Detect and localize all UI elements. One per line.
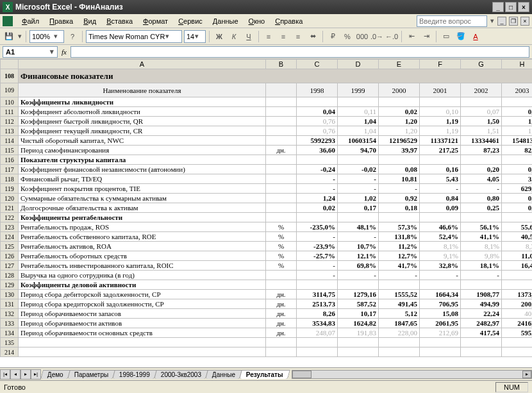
cell[interactable]: Рентабельность инвестированного капитала… xyxy=(19,261,266,271)
cell[interactable]: 40,50 xyxy=(502,309,533,319)
cell[interactable] xyxy=(297,213,338,222)
menu-правка[interactable]: Правка xyxy=(44,16,78,26)
cell[interactable]: -235,0% xyxy=(297,222,338,232)
formula-input[interactable] xyxy=(71,46,529,58)
cell[interactable]: 0,92 xyxy=(379,194,420,203)
cell[interactable]: 2002 xyxy=(461,83,502,97)
cell[interactable]: 52,4% xyxy=(420,232,461,242)
menu-данные[interactable]: Данные xyxy=(208,16,244,26)
cell[interactable]: Показатели структуры капитала xyxy=(19,155,266,165)
cell[interactable]: Период оборачиваемости активов xyxy=(19,319,266,328)
cell[interactable]: 41,7% xyxy=(379,261,420,271)
cell[interactable]: дн. xyxy=(266,146,297,155)
cell[interactable]: 1664,34 xyxy=(420,290,461,299)
cell[interactable]: - xyxy=(338,184,379,194)
cell[interactable]: 48,1% xyxy=(338,222,379,232)
row-header[interactable]: 122 xyxy=(1,213,19,222)
cell[interactable]: 1,52 xyxy=(502,126,533,136)
increase-decimal-button[interactable]: .0→ xyxy=(370,30,383,43)
cell[interactable]: 2513,73 xyxy=(297,299,338,309)
cell[interactable]: % xyxy=(266,222,297,232)
cell[interactable]: 8,1% xyxy=(461,242,502,251)
cell[interactable]: -0,24 xyxy=(297,165,338,174)
cell[interactable]: % xyxy=(266,232,297,242)
cell[interactable] xyxy=(379,97,420,107)
cell[interactable]: 0,07 xyxy=(461,107,502,117)
cell[interactable] xyxy=(461,347,502,357)
cell[interactable] xyxy=(502,338,533,347)
cell[interactable]: 8,1% xyxy=(420,242,461,251)
cell[interactable]: Коэффициент финансовой независимости (ав… xyxy=(19,165,266,174)
cell[interactable]: 0,04 xyxy=(297,107,338,117)
cell[interactable]: Рентабельность собственного капитала, RO… xyxy=(19,232,266,242)
cell[interactable]: 11,0% xyxy=(502,251,533,261)
bold-button[interactable]: Ж xyxy=(213,30,226,43)
cell[interactable]: - xyxy=(461,271,502,280)
cell[interactable]: 587,52 xyxy=(338,299,379,309)
menu-файл[interactable]: Файл xyxy=(17,16,44,26)
section-title[interactable]: Финансовые показатели xyxy=(19,69,533,83)
cell[interactable]: - xyxy=(297,174,338,184)
cell[interactable]: Наименование показателя xyxy=(19,83,266,97)
cell[interactable]: 0,80 xyxy=(461,194,502,203)
menu-формат[interactable]: Формат xyxy=(138,16,173,26)
dropdown-icon[interactable]: ▾ xyxy=(490,17,495,25)
cell[interactable] xyxy=(266,126,297,136)
cell[interactable]: 40,5% xyxy=(502,232,533,242)
row-header[interactable]: 110 xyxy=(1,97,19,107)
cell[interactable]: 8,26 xyxy=(297,309,338,319)
cell[interactable] xyxy=(461,280,502,290)
align-center-button[interactable]: ≡ xyxy=(277,30,290,43)
borders-button[interactable]: ▭ xyxy=(440,30,453,43)
cell[interactable]: % xyxy=(266,242,297,251)
cell[interactable] xyxy=(420,338,461,347)
font-size-combo[interactable]: 14▾ xyxy=(184,30,206,43)
cell[interactable] xyxy=(379,338,420,347)
cell[interactable]: 2003 xyxy=(502,83,533,97)
cell[interactable]: 0,11 xyxy=(338,107,379,117)
fx-icon[interactable]: fx xyxy=(62,48,67,56)
cell[interactable]: Рентабельность продаж, ROS xyxy=(19,222,266,232)
cell[interactable]: Чистый оборотный капитал, NWC xyxy=(19,136,266,146)
cell[interactable]: 0,02 xyxy=(379,107,420,117)
cell[interactable]: Суммарные обязательства к суммарным акти… xyxy=(19,194,266,203)
cell[interactable]: Период сбора кредиторской задолженности,… xyxy=(19,299,266,309)
row-header[interactable]: 128 xyxy=(1,271,19,280)
cell[interactable] xyxy=(297,155,338,165)
cell[interactable]: 39,97 xyxy=(379,146,420,155)
row-header[interactable]: 118 xyxy=(1,174,19,184)
row-header[interactable]: 113 xyxy=(1,126,19,136)
tab-nav-prev[interactable]: ◂ xyxy=(10,369,21,380)
cell[interactable]: 0,25 xyxy=(461,203,502,213)
cell[interactable]: 55,6% xyxy=(502,222,533,232)
sheet-tab-1[interactable]: Параметры xyxy=(67,370,115,379)
percent-button[interactable]: % xyxy=(341,30,354,43)
cell[interactable]: Рентабельность активов, ROA xyxy=(19,242,266,251)
italic-button[interactable]: К xyxy=(228,30,240,43)
cell[interactable]: Долгосрочные обязательства к активам xyxy=(19,203,266,213)
cell[interactable] xyxy=(297,280,338,290)
cell[interactable]: дн. xyxy=(266,328,297,338)
cell[interactable]: 1,04 xyxy=(338,126,379,136)
cell[interactable] xyxy=(266,83,297,97)
sheet-tab-2[interactable]: 1998-1999 xyxy=(112,370,157,379)
cell[interactable]: 200,21 xyxy=(502,299,533,309)
cell[interactable]: 69,8% xyxy=(338,261,379,271)
cell[interactable]: 217,25 xyxy=(420,146,461,155)
increase-indent-button[interactable]: ⇥ xyxy=(420,30,433,43)
cell[interactable]: - xyxy=(297,271,338,280)
cell[interactable]: 9,8% xyxy=(461,251,502,261)
cell[interactable] xyxy=(266,213,297,222)
cell[interactable] xyxy=(420,213,461,222)
cell[interactable]: 13334461 xyxy=(461,136,502,146)
cell[interactable]: 8,3% xyxy=(502,242,533,251)
cell[interactable]: - xyxy=(338,174,379,184)
cell[interactable]: дн. xyxy=(266,290,297,299)
cell[interactable]: - xyxy=(420,271,461,280)
tab-nav-last[interactable]: ▸| xyxy=(31,369,41,380)
comma-button[interactable]: 000 xyxy=(356,30,369,43)
cell[interactable] xyxy=(338,280,379,290)
cell[interactable]: - xyxy=(420,184,461,194)
cell[interactable] xyxy=(266,271,297,280)
menu-справка[interactable]: Справка xyxy=(270,16,308,26)
